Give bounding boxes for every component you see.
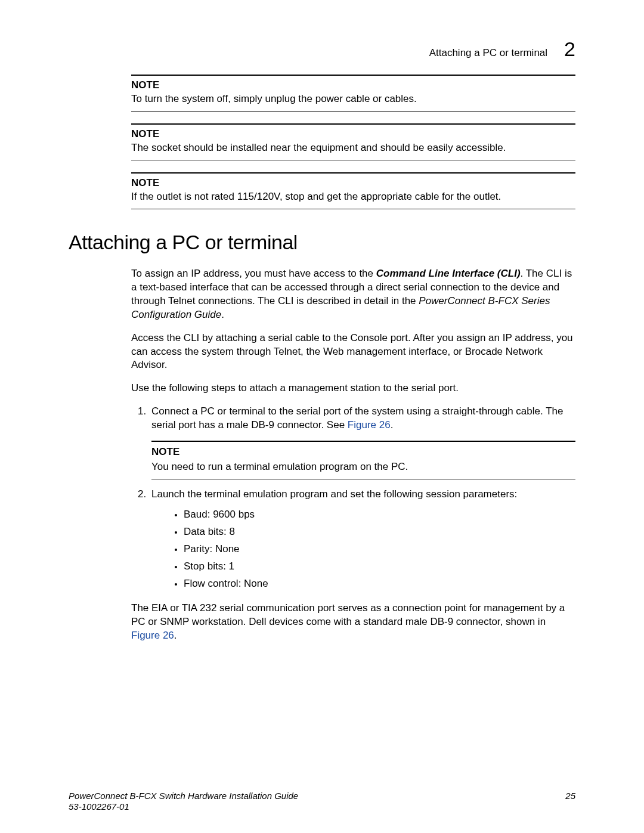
note-text: The socket should be installed near the … <box>131 141 575 155</box>
figure-link[interactable]: Figure 26 <box>348 419 391 431</box>
chapter-number: 2 <box>564 39 575 59</box>
running-header: Attaching a PC or terminal 2 <box>69 39 575 59</box>
note-block: NOTE You need to run a terminal emulatio… <box>151 441 575 479</box>
footer-title: PowerConnect B-FCX Switch Hardware Insta… <box>69 791 298 802</box>
list-item: Baud: 9600 bps <box>184 506 575 524</box>
page-footer: PowerConnect B-FCX Switch Hardware Insta… <box>69 791 575 813</box>
note-label: NOTE <box>151 445 575 459</box>
text-run: . <box>174 630 177 641</box>
content-column: NOTE To turn the system off, simply unpl… <box>131 75 575 209</box>
footer-left: PowerConnect B-FCX Switch Hardware Insta… <box>69 791 298 813</box>
note-text: You need to run a terminal emulation pro… <box>151 460 575 474</box>
text-run: . <box>391 419 394 431</box>
text-run: The EIA or TIA 232 serial communication … <box>131 602 565 627</box>
body-paragraph: Access the CLI by attaching a serial cab… <box>131 332 575 373</box>
body-paragraph: The EIA or TIA 232 serial communication … <box>131 602 575 643</box>
note-label: NOTE <box>131 177 575 189</box>
section-heading: Attaching a PC or terminal <box>69 231 575 254</box>
note-text: If the outlet is not rated 115/120V, sto… <box>131 190 575 204</box>
list-item: Stop bits: 1 <box>184 558 575 575</box>
footer-page-number: 25 <box>565 791 575 801</box>
text-run: Launch the terminal emulation program an… <box>151 488 517 500</box>
step-item: Connect a PC or terminal to the serial p… <box>149 405 575 479</box>
document-page: Attaching a PC or terminal 2 NOTE To tur… <box>0 0 644 833</box>
note-block: NOTE The socket should be installed near… <box>131 123 575 160</box>
list-item: Data bits: 8 <box>184 524 575 541</box>
figure-link[interactable]: Figure 26 <box>131 630 174 641</box>
ordered-steps: Connect a PC or terminal to the serial p… <box>131 405 575 592</box>
text-run: To assign an IP address, you must have a… <box>131 268 376 279</box>
content-column: To assign an IP address, you must have a… <box>131 267 575 643</box>
footer-docnum: 53-1002267-01 <box>69 801 298 813</box>
note-block: NOTE If the outlet is not rated 115/120V… <box>131 172 575 209</box>
note-text: To turn the system off, simply unplug th… <box>131 92 575 106</box>
list-item: Parity: None <box>184 541 575 558</box>
bullet-list: Baud: 9600 bps Data bits: 8 Parity: None… <box>151 506 575 592</box>
emphasis-cli: Command Line Interface (CLI) <box>376 268 521 279</box>
body-paragraph: Use the following steps to attach a mana… <box>131 382 575 395</box>
running-header-title: Attaching a PC or terminal <box>429 47 547 59</box>
note-label: NOTE <box>131 128 575 140</box>
text-run: . <box>221 309 224 320</box>
step-item: Launch the terminal emulation program an… <box>149 488 575 592</box>
list-item: Flow control: None <box>184 575 575 593</box>
note-label: NOTE <box>131 79 575 91</box>
body-paragraph: To assign an IP address, you must have a… <box>131 267 575 322</box>
note-block: NOTE To turn the system off, simply unpl… <box>131 75 575 112</box>
